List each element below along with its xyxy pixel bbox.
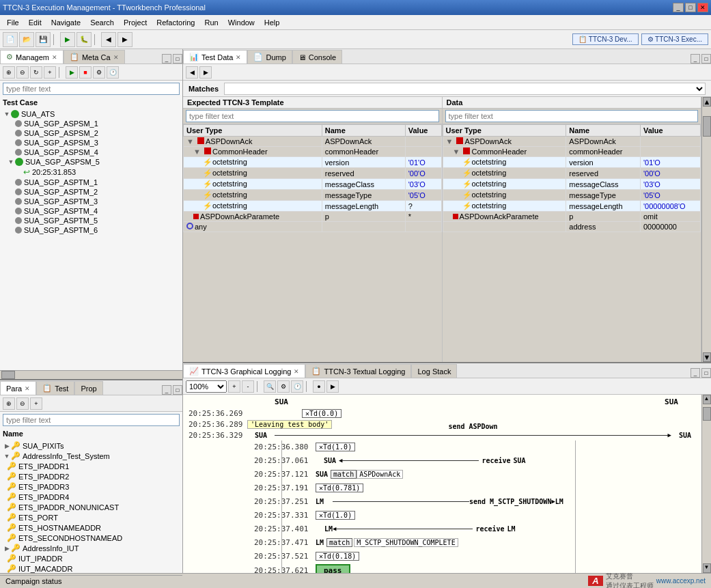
scrollbar-down-btn[interactable]: ▼ <box>703 352 711 362</box>
tab-console[interactable]: 🖥 Console <box>292 50 342 64</box>
table-row[interactable]: ⚡octetstring reserved '00'O <box>184 168 442 179</box>
tree-item-sua-pixits[interactable]: ▶ 🔑 SUA_PIXITs <box>1 440 181 451</box>
gl-scroll-thumb[interactable] <box>703 407 711 421</box>
tree-item-asptm2[interactable]: SUA_SGP_ASPTM_2 <box>1 187 181 197</box>
collapse-all-para-btn[interactable]: ⊖ <box>16 397 29 410</box>
tree-item-ets-hostname[interactable]: 🔑 ETS_HOSTNAMEADDR <box>1 522 181 533</box>
next-match-btn[interactable]: ▶ <box>199 66 212 79</box>
tree-item-asptm6[interactable]: SUA_SGP_ASPTM_6 <box>1 225 181 235</box>
tab-dump[interactable]: 📄 Dump <box>247 50 292 64</box>
scrollbar-up-btn[interactable]: ▲ <box>703 97 711 107</box>
tree-item-aspsm5[interactable]: ▼ SUA_SGP_ASPSM_5 <box>1 157 181 167</box>
expected-filter-input[interactable] <box>186 110 439 122</box>
tree-item-addressinfo-test[interactable]: ▼ 🔑 AddressInfo_Test_System <box>1 451 181 461</box>
tree-item-asptm4[interactable]: SUA_SGP_ASPTM_4 <box>1 206 181 216</box>
menu-project[interactable]: Project <box>120 17 151 28</box>
scrollbar-thumb[interactable] <box>703 116 711 137</box>
add-para-btn[interactable]: + <box>30 397 42 410</box>
prev-match-btn[interactable]: ◀ <box>186 66 198 79</box>
expand-all-btn[interactable]: ⊕ <box>3 66 15 79</box>
minimize-td-btn[interactable]: _ <box>691 54 700 64</box>
tab-test-data[interactable]: 📊 Test Data ✕ <box>183 50 247 64</box>
tab-para[interactable]: Para ✕ <box>0 381 36 395</box>
debug-button[interactable]: 🐛 <box>76 32 92 47</box>
graphical-log-area[interactable]: SUA SUA 20:25:36.269 ✕Td(0.0) <box>183 395 701 573</box>
maximize-td-btn[interactable]: □ <box>701 54 711 64</box>
table-row[interactable]: ⚡octetstring messageClass '03'O <box>184 179 442 190</box>
tab-metaca-close[interactable]: ✕ <box>113 54 119 61</box>
record-btn[interactable]: ● <box>313 380 325 393</box>
refresh-btn[interactable]: ↻ <box>30 66 42 79</box>
tree-item-ets-ipaddr3[interactable]: 🔑 ETS_IPADDR3 <box>1 481 181 492</box>
para-filter-input[interactable] <box>3 414 180 426</box>
tree-item-aspsm1[interactable]: SUA_SGP_ASPSM_1 <box>1 119 181 128</box>
new-button[interactable]: 📄 <box>3 32 18 47</box>
zoom-select[interactable]: 100% <box>186 380 227 393</box>
tab-log-stack[interactable]: Log Stack <box>411 364 457 378</box>
data-table-scroll[interactable]: User Type Name Value ▼ ASPDownAck ASPDow… <box>443 124 701 362</box>
tree-item-ets-ipaddr4[interactable]: 🔑 ETS_IPADDR4 <box>1 492 181 502</box>
minimize-panel-btn[interactable]: _ <box>162 54 171 64</box>
left-top-scrollbar-h[interactable] <box>0 370 182 379</box>
tab-textual-log[interactable]: 📋 TTCN-3 Textual Logging <box>305 364 411 378</box>
zoom-in-btn[interactable]: + <box>228 380 240 393</box>
tab-graphical-log-close[interactable]: ✕ <box>294 368 299 375</box>
table-row[interactable]: ⚡octetstring messageType '05'O <box>184 190 442 201</box>
table-row[interactable]: ⚡octetstring version '01'O <box>443 157 701 168</box>
history-btn[interactable]: 🕐 <box>107 66 119 79</box>
minimize-button[interactable]: _ <box>673 3 684 12</box>
run-button[interactable]: ▶ <box>60 32 75 47</box>
close-button[interactable]: ✕ <box>697 3 708 12</box>
tab-management[interactable]: ⚙ Managem ✕ <box>0 50 64 64</box>
tree-item-iut-macaddr[interactable]: 🔑 IUT_MACADDR <box>1 563 181 574</box>
expected-table-scroll[interactable]: User Type Name Value ▼ ASPDownAck ASPDow… <box>183 124 442 362</box>
table-row[interactable]: address 00000000 <box>443 222 701 232</box>
forward-button[interactable]: ▶ <box>117 32 133 47</box>
tree-item-iut-ipaddr[interactable]: 🔑 IUT_IPADDR <box>1 553 181 563</box>
tree-item-ets-ipaddr2[interactable]: 🔑 ETS_IPADDR2 <box>1 471 181 481</box>
add-btn[interactable]: + <box>44 66 56 79</box>
expand-all-para-btn[interactable]: ⊕ <box>3 397 15 410</box>
table-row[interactable]: ⚡octetstring reserved '00'O <box>443 168 701 179</box>
table-row[interactable]: ⚡octetstring messageClass '03'O <box>443 179 701 190</box>
tree-item-ets-secondhostname[interactable]: 🔑 ETS_SECONDHOSTNAMEAD <box>1 533 181 543</box>
minimize-bottom-btn[interactable]: _ <box>162 385 171 395</box>
stop-tc-btn[interactable]: ■ <box>79 66 92 79</box>
tree-item-aspsm2[interactable]: SUA_SGP_ASPSM_2 <box>1 128 181 138</box>
table-row[interactable]: any <box>184 222 442 232</box>
table-row[interactable]: ASPDownAckParamete p * <box>184 212 442 222</box>
tab-test-data-close[interactable]: ✕ <box>236 54 241 61</box>
tab-para-close[interactable]: ✕ <box>25 385 30 392</box>
menu-edit[interactable]: Edit <box>25 17 46 28</box>
tree-item-sua-ats[interactable]: ▼ SUA_ATS <box>1 109 181 119</box>
table-row[interactable]: ▼ CommonHeader commonHeader <box>184 147 442 157</box>
menu-help[interactable]: Help <box>260 17 284 28</box>
zoom-out-btn[interactable]: - <box>242 380 254 393</box>
menu-navigate[interactable]: Navigate <box>47 17 85 28</box>
maximize-bottom-btn[interactable]: □ <box>173 385 182 395</box>
tree-item-asptm1[interactable]: SUA_SGP_ASPTM_1 <box>1 178 181 187</box>
maximize-gl-btn[interactable]: □ <box>701 368 711 378</box>
play-gl-btn[interactable]: ▶ <box>326 380 339 393</box>
maximize-button[interactable]: □ <box>685 3 696 12</box>
tree-item-aspsm3[interactable]: SUA_SGP_ASPSM_3 <box>1 138 181 148</box>
tab-prop[interactable]: Prop <box>74 381 102 395</box>
settings-gl-btn[interactable]: ⚙ <box>277 380 290 393</box>
ttcn3-dev-tab[interactable]: 📋 TTCN-3 Dev... <box>572 33 638 45</box>
back-button[interactable]: ◀ <box>101 32 116 47</box>
maximize-panel-btn[interactable]: □ <box>173 54 182 64</box>
ttcn3-exec-tab[interactable]: ⚙ TTCN-3 Exec... <box>641 33 709 45</box>
tab-graphical-log[interactable]: 📈 TTCN-3 Graphical Logging ✕ <box>183 364 305 378</box>
settings-btn[interactable]: ⚙ <box>93 66 105 79</box>
tree-item-asptm5[interactable]: SUA_SGP_ASPTM_5 <box>1 216 181 225</box>
menu-refactoring[interactable]: Refactoring <box>152 17 199 28</box>
run-tc-btn[interactable]: ▶ <box>66 66 78 79</box>
tree-item-ets-port[interactable]: 🔑 ETS_PORT <box>1 512 181 522</box>
open-button[interactable]: 📂 <box>19 32 34 47</box>
tree-item-asptm3[interactable]: SUA_SGP_ASPTM_3 <box>1 197 181 206</box>
table-scrollbar-v[interactable]: ▲ ▼ <box>701 97 711 362</box>
table-row[interactable]: ▼ CommonHeader commonHeader <box>443 147 701 157</box>
testcase-filter-input[interactable] <box>3 83 180 95</box>
table-row[interactable]: ASPDownAckParamete p omit <box>443 212 701 222</box>
matches-dropdown[interactable] <box>224 83 706 95</box>
